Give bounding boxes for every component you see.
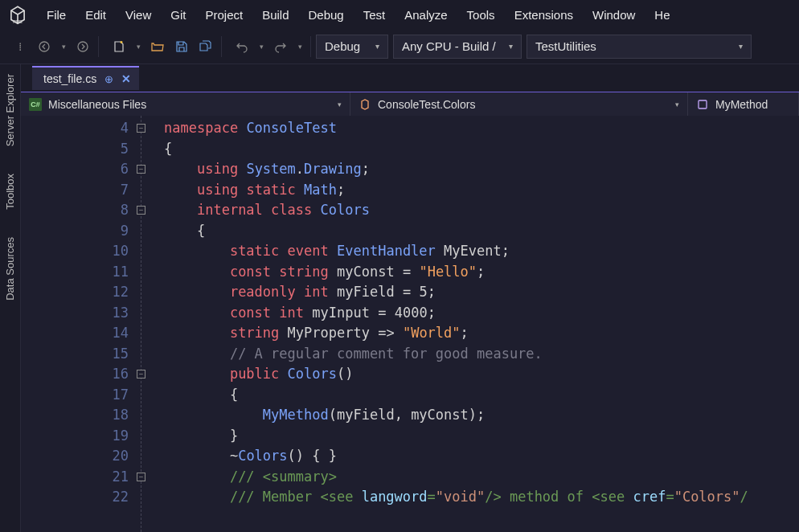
code-line[interactable]: const int myInput = 4000;	[164, 303, 799, 324]
fold-toggle	[135, 221, 164, 242]
menu-view[interactable]: View	[116, 3, 161, 27]
csharp-icon: C#	[29, 98, 42, 111]
navigation-bar: C# Miscellaneous Files ▾ ConsoleTest.Col…	[21, 92, 799, 116]
undo-button[interactable]	[232, 36, 252, 57]
line-number: 10	[21, 241, 129, 262]
pin-icon[interactable]: ⊕	[104, 73, 113, 85]
redo-button[interactable]	[270, 36, 291, 57]
fold-toggle	[135, 446, 164, 467]
editor-area: test_file.cs ⊕ ✕ C# Miscellaneous Files …	[21, 64, 799, 532]
menu-edit[interactable]: Edit	[76, 3, 116, 27]
fold-toggle	[135, 139, 164, 160]
code-line[interactable]: public Colors()	[164, 364, 799, 385]
fold-toggle	[135, 323, 164, 344]
code-line[interactable]: ~Colors() { }	[164, 446, 799, 467]
code-line[interactable]: MyMethod(myField, myConst);	[164, 405, 799, 426]
line-number: 19	[21, 426, 129, 447]
new-item-button[interactable]	[109, 36, 129, 57]
line-number: 18	[21, 405, 129, 426]
method-icon	[696, 98, 709, 111]
menu-tools[interactable]: Tools	[457, 3, 505, 27]
code-line[interactable]: {	[164, 221, 799, 242]
menu-git[interactable]: Git	[161, 3, 195, 27]
fold-toggle[interactable]: −	[135, 364, 164, 385]
fold-column[interactable]: −−−−−	[135, 116, 164, 532]
menu-analyze[interactable]: Analyze	[395, 3, 457, 27]
dropdown-chevron-icon[interactable]: ▾	[133, 36, 144, 57]
code-line[interactable]: static event EventHandler MyEvent;	[164, 241, 799, 262]
fold-toggle	[135, 262, 164, 283]
dropdown-chevron-icon[interactable]: ▾	[58, 36, 69, 57]
member-label: MyMethod	[715, 98, 768, 111]
line-number: 8	[21, 200, 129, 221]
side-panel-data-sources[interactable]: Data Sources	[2, 232, 18, 305]
code-line[interactable]: string MyProperty => "World";	[164, 323, 799, 344]
type-dropdown[interactable]: ConsoleTest.Colors ▾	[350, 92, 688, 116]
document-tabs: test_file.cs ⊕ ✕	[21, 64, 799, 92]
menu-test[interactable]: Test	[354, 3, 395, 27]
code-line[interactable]: /// <summary>	[164, 467, 799, 488]
close-icon[interactable]: ✕	[121, 72, 131, 85]
code-line[interactable]: }	[164, 426, 799, 447]
line-number: 11	[21, 262, 129, 283]
menu-debug[interactable]: Debug	[299, 3, 354, 27]
fold-toggle	[135, 487, 164, 508]
code-line[interactable]: readonly int myField = 5;	[164, 282, 799, 303]
code-line[interactable]: /// Member <see langword="void"/> method…	[164, 487, 799, 508]
chevron-down-icon: ▾	[739, 42, 743, 51]
toolbar: ⁞ ▾ ▾ ▾ ▾ Debug ▾ Any CPU - Build / ▾ Te…	[0, 29, 799, 64]
code-line[interactable]: const string myConst = "Hello";	[164, 262, 799, 283]
menu-extensions[interactable]: Extensions	[505, 3, 583, 27]
active-tab[interactable]: test_file.cs ⊕ ✕	[32, 66, 139, 90]
configuration-value: Debug	[325, 39, 360, 53]
code-line[interactable]: // A regular comment for good measure.	[164, 344, 799, 365]
fold-toggle[interactable]: −	[135, 118, 164, 139]
startup-dropdown[interactable]: TestUtilities ▾	[527, 35, 752, 59]
scope-label: Miscellaneous Files	[48, 98, 146, 111]
save-all-button[interactable]	[195, 36, 216, 57]
code-line[interactable]: internal class Colors	[164, 200, 799, 221]
svg-rect-3	[699, 100, 707, 108]
line-number: 17	[21, 385, 129, 406]
scope-dropdown[interactable]: C# Miscellaneous Files ▾	[21, 92, 350, 116]
configuration-dropdown[interactable]: Debug ▾	[316, 35, 388, 59]
menu-bar: PRE FileEditViewGitProjectBuildDebugTest…	[0, 0, 799, 29]
platform-value: Any CPU - Build /	[402, 39, 496, 53]
line-number: 6	[21, 159, 129, 180]
nav-forward-button[interactable]	[72, 36, 93, 57]
line-number: 4	[21, 118, 129, 139]
app-logo: PRE	[5, 2, 31, 27]
menu-file[interactable]: File	[37, 3, 76, 27]
nav-back-button[interactable]	[34, 36, 55, 57]
code-editor[interactable]: 45678910111213141516171819202122 −−−−− n…	[21, 116, 799, 532]
fold-toggle	[135, 180, 164, 201]
menu-he[interactable]: He	[645, 3, 679, 27]
fold-toggle[interactable]: −	[135, 200, 164, 221]
side-dock: Server ExplorerToolboxData Sources	[0, 64, 21, 532]
open-file-button[interactable]	[147, 36, 168, 57]
fold-toggle[interactable]: −	[135, 159, 164, 180]
svg-point-2	[78, 42, 88, 51]
code-line[interactable]: namespace ConsoleTest	[164, 118, 799, 139]
platform-dropdown[interactable]: Any CPU - Build / ▾	[393, 35, 522, 59]
source-text[interactable]: namespace ConsoleTest{ using System.Draw…	[164, 116, 799, 532]
side-panel-toolbox[interactable]: Toolbox	[2, 169, 18, 215]
fold-toggle[interactable]: −	[135, 467, 164, 488]
menu-project[interactable]: Project	[195, 3, 252, 27]
save-button[interactable]	[171, 36, 192, 57]
side-panel-server-explorer[interactable]: Server Explorer	[2, 69, 18, 151]
code-line[interactable]: {	[164, 385, 799, 406]
code-line[interactable]: using System.Drawing;	[164, 159, 799, 180]
startup-value: TestUtilities	[535, 39, 596, 53]
tab-filename: test_file.cs	[43, 72, 96, 85]
dropdown-chevron-icon[interactable]: ▾	[294, 36, 305, 57]
drag-handle-icon: ⁞	[10, 36, 31, 57]
dropdown-chevron-icon[interactable]: ▾	[256, 36, 267, 57]
line-number: 15	[21, 344, 129, 365]
menu-window[interactable]: Window	[583, 3, 645, 27]
member-dropdown[interactable]: MyMethod	[688, 92, 799, 116]
code-line[interactable]: using static Math;	[164, 180, 799, 201]
chevron-down-icon: ▾	[375, 42, 379, 51]
code-line[interactable]: {	[164, 139, 799, 160]
menu-build[interactable]: Build	[252, 3, 298, 27]
